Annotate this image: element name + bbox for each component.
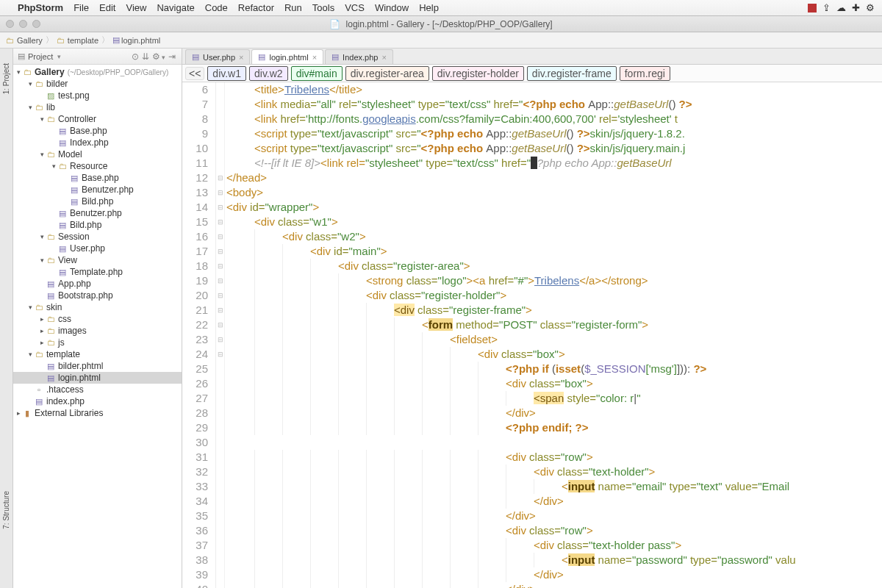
tray-sync-icon[interactable]: ✚ bbox=[852, 2, 860, 13]
tree-item-css[interactable]: ▸🗀css bbox=[13, 313, 182, 325]
code-editor[interactable]: 6789101112131415161718192021222324252627… bbox=[182, 82, 882, 588]
folder-icon: 🗀 bbox=[46, 115, 56, 123]
window-titlebar: 📄 login.phtml - Gallery - [~/Desktop/PHP… bbox=[0, 16, 882, 32]
zoom-window-button[interactable] bbox=[32, 20, 40, 28]
tree-item-resource[interactable]: ▾🗀Resource bbox=[13, 160, 182, 172]
tray-gear-icon[interactable]: ⚙ bbox=[866, 2, 875, 13]
tray-rec-icon[interactable] bbox=[808, 4, 817, 12]
project-sidebar: ▤ Project ▾ ⊙ ⇊ ⚙▾ ⇥ ▾🗀 Gallery(~/Deskto… bbox=[13, 49, 182, 588]
tree-item-images[interactable]: ▸🗀images bbox=[13, 325, 182, 337]
menu-code[interactable]: Code bbox=[205, 2, 228, 13]
folder-icon: 🗀 bbox=[46, 232, 56, 241]
tree-item-base-php[interactable]: ▤Base.php bbox=[13, 125, 182, 137]
toolwindow-project[interactable]: 1: Project bbox=[2, 63, 10, 94]
close-window-button[interactable] bbox=[6, 20, 14, 28]
close-icon[interactable]: × bbox=[312, 53, 317, 62]
folder-icon: 🗀 bbox=[34, 303, 44, 312]
php-icon: ▤ bbox=[57, 209, 68, 218]
library-icon: ▮ bbox=[22, 409, 32, 418]
tree-item-base-php[interactable]: ▤Base.php bbox=[13, 172, 182, 184]
tree-item-bootstrap-php[interactable]: ▤Bootstrap.php bbox=[13, 290, 182, 301]
hide-icon[interactable]: ⇥ bbox=[167, 51, 177, 62]
editor-area: ▤User.php×▤login.phtml×▤Index.php× << di… bbox=[182, 49, 882, 588]
tree-item-benutzer-php[interactable]: ▤Benutzer.php bbox=[13, 184, 182, 196]
nav-seg[interactable]: div.w1 bbox=[207, 66, 246, 81]
main-split: 1: Project 7: Structure ▤ Project ▾ ⊙ ⇊ … bbox=[0, 49, 882, 588]
tree-item-controller[interactable]: ▾🗀Controller bbox=[13, 113, 182, 125]
tree-item--htaccess[interactable]: ▫.htaccess bbox=[13, 384, 182, 395]
menu-refactor[interactable]: Refactor bbox=[238, 2, 274, 13]
tree-item-bilder[interactable]: ▾🗀bilder bbox=[13, 78, 182, 90]
tree-root[interactable]: ▾🗀 Gallery(~/Desktop/PHP_OOP/Gallery) bbox=[13, 66, 182, 78]
tray-cloud-icon[interactable]: ☁ bbox=[836, 2, 846, 13]
menu-tools[interactable]: Tools bbox=[312, 2, 334, 13]
nav-seg[interactable]: div#main bbox=[291, 66, 343, 81]
menu-vcs[interactable]: VCS bbox=[345, 2, 365, 13]
close-icon[interactable]: × bbox=[381, 53, 386, 62]
crumb-file[interactable]: login.phtml bbox=[121, 36, 160, 45]
left-tool-strip: 1: Project 7: Structure bbox=[0, 49, 13, 588]
menu-view[interactable]: View bbox=[126, 2, 146, 13]
php-icon: ▤ bbox=[46, 291, 56, 301]
window-controls bbox=[6, 20, 40, 28]
crumb-root[interactable]: Gallery bbox=[17, 36, 43, 45]
close-icon[interactable]: × bbox=[239, 53, 243, 62]
menu-run[interactable]: Run bbox=[284, 2, 302, 13]
folder-icon: 🗀 bbox=[57, 162, 68, 171]
menu-navigate[interactable]: Navigate bbox=[157, 2, 194, 13]
php-icon: ▤ bbox=[57, 244, 68, 254]
sidebar-title[interactable]: ▤ Project ▾ bbox=[18, 51, 61, 61]
tree-item-session[interactable]: ▾🗀Session bbox=[13, 231, 182, 243]
sidebar-header: ▤ Project ▾ ⊙ ⇊ ⚙▾ ⇥ bbox=[13, 49, 182, 65]
tree-external-libs[interactable]: ▸▮ External Libraries bbox=[13, 407, 182, 419]
editor-tab-login-phtml[interactable]: ▤login.phtml× bbox=[251, 49, 323, 64]
tree-item-benutzer-php[interactable]: ▤Benutzer.php bbox=[13, 207, 182, 219]
tree-item-bild-php[interactable]: ▤Bild.php bbox=[13, 219, 182, 231]
toolwindow-structure[interactable]: 7: Structure bbox=[2, 491, 10, 529]
nav-seg[interactable]: div.register-frame bbox=[527, 66, 617, 81]
tree-item-js[interactable]: ▸🗀js bbox=[13, 337, 182, 348]
nav-seg[interactable]: form.regi bbox=[620, 66, 670, 81]
img-icon: ▨ bbox=[46, 91, 56, 101]
nav-seg[interactable]: div.register-holder bbox=[432, 66, 524, 81]
gear-icon[interactable]: ⚙▾ bbox=[151, 51, 167, 62]
app-name[interactable]: PhpStorm bbox=[18, 2, 63, 13]
nav-back-button[interactable]: << bbox=[185, 67, 204, 80]
nav-seg[interactable]: div.register-area bbox=[345, 66, 429, 81]
menu-help[interactable]: Help bbox=[419, 2, 439, 13]
menu-edit[interactable]: Edit bbox=[99, 2, 115, 13]
tree-item-app-php[interactable]: ▤App.php bbox=[13, 278, 182, 290]
php-file-icon: ▤ bbox=[258, 52, 265, 62]
editor-tab-index-php[interactable]: ▤Index.php× bbox=[325, 49, 393, 64]
chevron-right-icon: 〉 bbox=[101, 35, 110, 46]
project-tree[interactable]: ▾🗀 Gallery(~/Desktop/PHP_OOP/Gallery) ▾🗀… bbox=[13, 65, 182, 588]
tray-dropbox-icon[interactable]: ⇪ bbox=[822, 2, 831, 13]
crumb-folder[interactable]: template bbox=[68, 36, 98, 45]
code-content[interactable]: <title>Tribelens</title><link media="all… bbox=[225, 82, 882, 588]
tree-item-model[interactable]: ▾🗀Model bbox=[13, 148, 182, 160]
tree-item-test-png[interactable]: ▨test.png bbox=[13, 90, 182, 101]
nav-seg[interactable]: div.w2 bbox=[249, 66, 288, 81]
tree-item-login-phtml[interactable]: ▤login.phtml bbox=[13, 372, 182, 384]
tree-item-template[interactable]: ▾🗀template bbox=[13, 348, 182, 360]
tree-item-user-php[interactable]: ▤User.php bbox=[13, 243, 182, 254]
editor-tab-user-php[interactable]: ▤User.php× bbox=[185, 49, 250, 64]
php-icon: ▤ bbox=[57, 220, 68, 230]
fold-gutter[interactable]: ⊟⊟⊟⊟⊟⊟⊟⊟⊟⊟⊟⊟⊟ bbox=[216, 82, 225, 588]
collapse-all-icon[interactable]: ⇊ bbox=[140, 51, 151, 62]
tree-item-view[interactable]: ▾🗀View bbox=[13, 254, 182, 266]
scroll-from-source-icon[interactable]: ⊙ bbox=[130, 51, 140, 62]
tree-item-index-php[interactable]: ▤Index.php bbox=[13, 137, 182, 148]
minimize-window-button[interactable] bbox=[19, 20, 27, 28]
tree-item-template-php[interactable]: ▤Template.php bbox=[13, 266, 182, 278]
tree-item-lib[interactable]: ▾🗀lib bbox=[13, 101, 182, 113]
tree-item-bild-php[interactable]: ▤Bild.php bbox=[13, 196, 182, 207]
menu-file[interactable]: File bbox=[74, 2, 89, 13]
menu-window[interactable]: Window bbox=[375, 2, 409, 13]
tree-item-index-php[interactable]: ▤index.php bbox=[13, 395, 182, 407]
breadcrumb: 🗀 Gallery 〉 🗀 template 〉 ▤ login.phtml bbox=[0, 32, 882, 49]
folder-icon: 🗀 bbox=[46, 326, 56, 335]
line-number-gutter: 6789101112131415161718192021222324252627… bbox=[182, 82, 216, 588]
tree-item-bilder-phtml[interactable]: ▤bilder.phtml bbox=[13, 360, 182, 372]
tree-item-skin[interactable]: ▾🗀skin bbox=[13, 301, 182, 313]
